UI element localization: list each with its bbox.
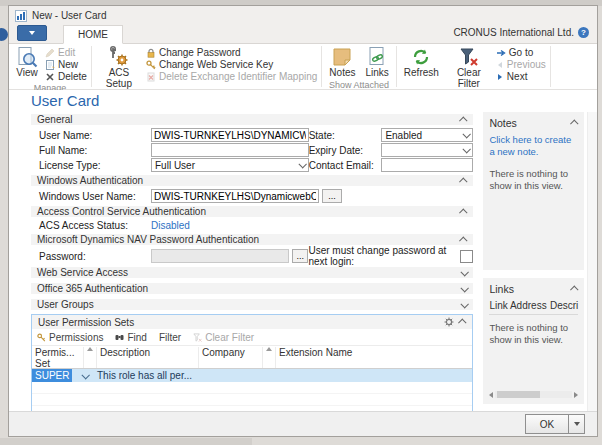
clear-filter-grid-button[interactable]: Clear Filter — [193, 332, 254, 343]
full-name-input[interactable] — [151, 143, 309, 157]
delete-exchange-identifier-mapping-button[interactable]: Delete Exchange Identifier Mapping — [146, 71, 317, 82]
must-change-password-checkbox[interactable] — [460, 250, 473, 263]
user-card-window: New - User Card HOME CRONUS Internationa… — [8, 5, 598, 437]
collapse-icon[interactable] — [459, 236, 467, 244]
refresh-button[interactable]: Refresh — [401, 45, 442, 79]
collapse-icon[interactable] — [459, 177, 467, 185]
windows-user-name-input[interactable] — [151, 189, 319, 203]
app-menu-arrow-icon — [29, 31, 35, 35]
acs-access-status-link[interactable]: Disabled — [151, 220, 190, 231]
links-horizontal-scrollbar[interactable] — [489, 390, 578, 399]
ribbon-group-page: Refresh Clear Filter Go to — [397, 44, 550, 89]
sort-ascending-icon — [263, 347, 276, 368]
scroll-right-icon[interactable] — [574, 392, 578, 398]
gear-icon[interactable] — [444, 317, 454, 327]
create-note-link[interactable]: Click here to create a new note. — [489, 134, 578, 159]
filter-button[interactable]: Filter — [159, 332, 181, 343]
help-icon[interactable]: ? — [578, 27, 589, 38]
section-user-permission-sets[interactable]: User Permission Sets — [32, 315, 472, 329]
ribbon-separator — [550, 46, 551, 87]
license-type-select[interactable]: Full User — [151, 158, 309, 172]
view-icon — [16, 46, 38, 68]
previous-button[interactable]: Previous — [496, 59, 546, 70]
section-web-service-access[interactable]: Web Service Access — [31, 267, 473, 278]
application-menu-button[interactable] — [17, 25, 47, 41]
link-description-column[interactable]: Descri — [550, 300, 578, 311]
section-office-365-authentication[interactable]: Office 365 Authentication — [31, 283, 473, 294]
expiry-date-select[interactable] — [381, 143, 473, 157]
main-form: General User Name: State: Enabled — [31, 112, 473, 411]
ribbon-group-manage: View Edit New Delete — [9, 44, 91, 89]
change-password-button[interactable]: Change Password — [146, 47, 317, 58]
expand-icon[interactable] — [461, 268, 469, 276]
chevron-down-icon — [463, 130, 471, 138]
background-app-icon — [0, 28, 8, 41]
section-acs-authentication[interactable]: Access Control Service Authentication — [31, 206, 473, 217]
page-content: User Card General User Name: State: Enab… — [9, 90, 597, 436]
ribbon-group-show-attached: Notes Links Show Attached — [322, 44, 395, 89]
go-to-button[interactable]: Go to — [496, 47, 546, 58]
links-icon — [366, 46, 388, 68]
edit-button[interactable]: Edit — [45, 47, 87, 58]
change-web-service-key-button[interactable]: Change Web Service Key — [146, 59, 317, 70]
dropdown-chevron-icon[interactable] — [72, 373, 97, 379]
grid-header-row: Permis... Set Description Company Extens… — [32, 346, 472, 369]
password-input[interactable] — [151, 249, 289, 263]
user-name-input[interactable] — [151, 128, 309, 142]
column-extension-name[interactable]: Extension Name — [276, 347, 472, 368]
clear-filter-button[interactable]: Clear Filter — [446, 45, 492, 89]
find-button[interactable]: Find — [115, 332, 146, 343]
company-indicator: CRONUS International Ltd. ? — [453, 27, 589, 38]
next-button[interactable]: Next — [496, 71, 546, 82]
scroll-left-icon[interactable] — [489, 392, 493, 398]
column-company[interactable]: Company — [199, 347, 263, 368]
notes-button[interactable]: Notes — [326, 45, 358, 79]
windows-user-name-assist-button[interactable]: ... — [322, 189, 342, 203]
acs-setup-button[interactable]: ACS Setup — [96, 45, 142, 89]
page-vertical-scrollbar[interactable] — [587, 112, 597, 411]
empty-grid-rows[interactable] — [32, 382, 472, 411]
description-cell[interactable]: This role has all per... — [97, 370, 263, 381]
new-document-icon — [45, 60, 55, 70]
chevron-down-icon — [298, 160, 306, 168]
dynamics-nav-icon — [15, 10, 27, 22]
link-address-column[interactable]: Link Address — [489, 300, 550, 311]
new-button[interactable]: New — [45, 59, 87, 70]
column-description[interactable]: Description — [97, 347, 199, 368]
delete-button[interactable]: Delete — [45, 71, 87, 82]
tab-home[interactable]: HOME — [63, 25, 123, 44]
permissions-icon — [37, 333, 46, 342]
must-change-password-label: User must change password at next login: — [308, 245, 454, 267]
links-button[interactable]: Links — [362, 45, 391, 79]
collapse-icon[interactable] — [459, 116, 467, 124]
collapse-icon[interactable] — [458, 318, 466, 326]
expand-icon[interactable] — [461, 300, 469, 308]
collapse-icon[interactable] — [459, 208, 467, 216]
scrollbar-thumb[interactable] — [497, 391, 539, 398]
section-windows-authentication[interactable]: Windows Authentication — [31, 175, 473, 186]
table-row[interactable]: SUPER This role has all per... — [32, 369, 472, 382]
ok-button[interactable]: OK — [525, 414, 585, 434]
contact-email-input[interactable] — [381, 158, 473, 172]
column-permission-set[interactable]: Permis... Set — [32, 347, 84, 368]
section-password-authentication[interactable]: Microsoft Dynamics NAV Password Authenti… — [31, 234, 473, 245]
section-user-groups[interactable]: User Groups — [31, 299, 473, 310]
section-general[interactable]: General — [31, 114, 473, 125]
find-binoculars-icon — [115, 333, 124, 341]
edit-icon — [45, 48, 55, 58]
titlebar: New - User Card — [9, 6, 597, 24]
permissions-button[interactable]: Permissions — [37, 332, 103, 343]
notes-panel: Notes Click here to create a new note. T… — [483, 112, 584, 270]
permission-set-cell[interactable]: SUPER — [32, 369, 72, 382]
acs-access-status-label: ACS Access Status: — [39, 220, 151, 231]
view-button[interactable]: View — [13, 45, 41, 79]
windows-user-name-label: Windows User Name: — [39, 191, 151, 202]
collapse-icon[interactable] — [570, 285, 578, 293]
password-assist-button[interactable]: ... — [292, 249, 308, 263]
expand-icon[interactable] — [461, 284, 469, 292]
ok-dropdown-arrow[interactable] — [569, 414, 585, 434]
group-label-show-attached: Show Attached — [326, 79, 391, 91]
previous-icon — [496, 61, 504, 69]
state-select[interactable]: Enabled — [381, 128, 473, 142]
collapse-icon[interactable] — [570, 119, 578, 127]
